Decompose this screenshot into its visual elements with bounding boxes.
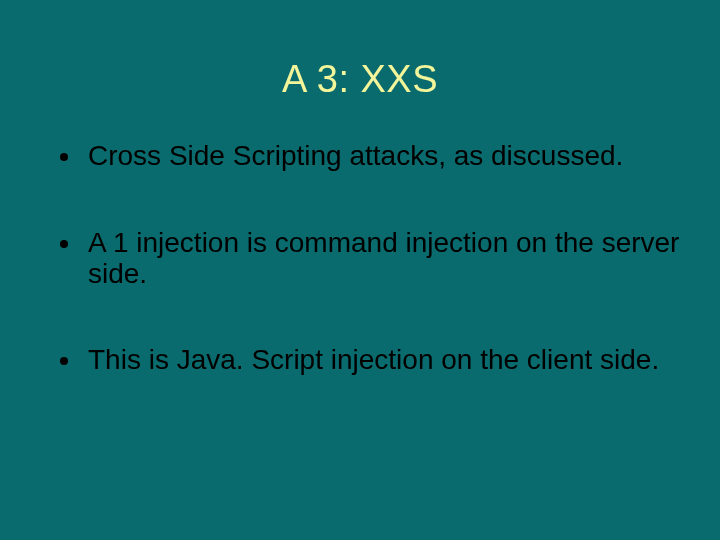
bullet-text: Cross Side Scripting attacks, as discuss…: [88, 141, 680, 172]
bullet-text: This is Java. Script injection on the cl…: [88, 345, 680, 376]
slide: A 3: XXS Cross Side Scripting attacks, a…: [0, 0, 720, 540]
list-item: Cross Side Scripting attacks, as discuss…: [60, 141, 680, 172]
bullet-icon: [60, 153, 68, 161]
slide-body: Cross Side Scripting attacks, as discuss…: [0, 141, 720, 376]
bullet-icon: [60, 240, 68, 248]
slide-title: A 3: XXS: [0, 0, 720, 141]
list-item: A 1 injection is command injection on th…: [60, 228, 680, 290]
bullet-icon: [60, 357, 68, 365]
list-item: This is Java. Script injection on the cl…: [60, 345, 680, 376]
bullet-text: A 1 injection is command injection on th…: [88, 228, 680, 290]
